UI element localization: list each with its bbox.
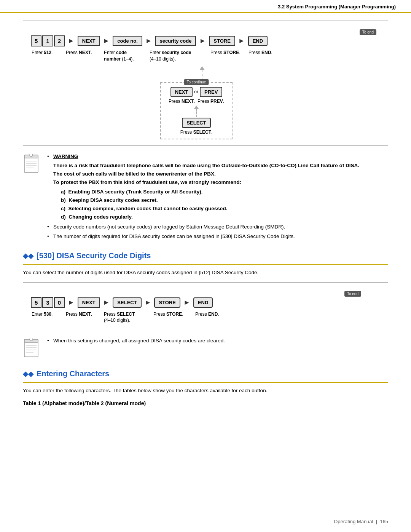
- next-btn-1: NEXT: [78, 36, 100, 46]
- prev-btn: PREV: [200, 87, 222, 97]
- entering-characters-rule: [23, 382, 388, 383]
- warning-line-2: The cost of such calls will be billed to…: [53, 170, 388, 178]
- diagram-box-2: To end 5 3 0 ► NEXT ► SELECT ► STORE ► E…: [23, 282, 388, 331]
- arrow-4: ►: [199, 37, 206, 45]
- dashed-line-2: [196, 109, 197, 117]
- arrow-d2-3: ►: [145, 299, 151, 307]
- lbl-enter-code: Enter codenumber (1–4).: [103, 50, 149, 62]
- table-caption: Table 1 (Alphabet mode)/Table 2 (Numeral…: [23, 400, 388, 406]
- warning-label: WARNING: [53, 153, 388, 160]
- lbl-press-next-d2: Press NEXT.: [65, 311, 103, 324]
- alpha-a: a) Enabling DISA security (Trunk Securit…: [53, 188, 388, 196]
- arrow-d2-4: ►: [183, 299, 190, 307]
- diamond-icon-1: ◆◆: [23, 252, 33, 260]
- warning-bullet-1: Security code numbers (not security code…: [47, 223, 388, 231]
- note-section-530: When this setting is changed, all assign…: [23, 337, 388, 360]
- diagram1-labels: Enter 512. Press NEXT. Enter codenumber …: [31, 50, 380, 62]
- note-530-item: When this setting is changed, all assign…: [47, 337, 388, 345]
- diagram2-top-row: 5 3 0 ► NEXT ► SELECT ► STORE ► END: [31, 297, 380, 308]
- end-btn-1: END: [248, 36, 268, 46]
- lbl-enter-security: Enter security code(4–10 digits).: [149, 50, 210, 62]
- warning-bullets: WARNING There is a risk that fraudulent …: [47, 153, 388, 241]
- footer-page: 165: [380, 519, 388, 524]
- svg-point-6: [30, 154, 33, 157]
- or-text: or: [194, 89, 198, 94]
- arrow-d2-2: ►: [103, 299, 110, 307]
- page-content: To end 5 1 2 ► NEXT ► code no. ► securit…: [0, 21, 411, 422]
- diagram2-wrap: To end 5 3 0 ► NEXT ► SELECT ► STORE ► E…: [31, 290, 380, 324]
- section-530-rule: [23, 264, 388, 265]
- page-footer: Operating Manual | 165: [334, 519, 388, 524]
- header-title: 3.2 System Programming (Manager Programm…: [278, 4, 396, 10]
- arrow-1: ►: [68, 37, 75, 45]
- end-btn-d2: END: [193, 297, 213, 308]
- note-530-text: When this setting is changed, all assign…: [47, 337, 388, 347]
- key-5: 5: [31, 35, 41, 46]
- alpha-b: b) Keeping DISA security codes secret.: [53, 197, 388, 204]
- key-group-512: 5 1 2: [31, 35, 65, 46]
- diagram-box-1: To end 5 1 2 ► NEXT ► code no. ► securit…: [23, 21, 388, 146]
- store-btn-d2: STORE: [154, 297, 180, 308]
- footer-text: Operating Manual: [334, 519, 373, 524]
- to-continue-badge: To continue: [184, 78, 209, 85]
- key-5-2: 5: [31, 297, 41, 308]
- diagram1-top-section: To end 5 1 2 ► NEXT ► code no. ► securit…: [31, 29, 380, 139]
- notepad-icon: [23, 154, 40, 175]
- key-group-530: 5 3 0: [31, 297, 65, 308]
- notepad-icon-2: [23, 339, 40, 359]
- up-arrows-2: [169, 105, 224, 117]
- lbl-enter512: Enter 512.: [31, 50, 65, 62]
- diagram1-top-row: 5 1 2 ► NEXT ► code no. ► security code …: [31, 35, 380, 46]
- section-530-intro: You can select the number of digits used…: [23, 268, 388, 277]
- diagram1-dashed-section: To continue NEXT or PREV Press NEXT. Pre…: [160, 66, 233, 139]
- key-0: 0: [54, 297, 65, 308]
- arrow-3: ►: [145, 37, 152, 45]
- entering-characters-intro: You can enter the following characters. …: [23, 387, 388, 395]
- warning-section: WARNING There is a risk that fraudulent …: [23, 153, 388, 243]
- note-530-list: When this setting is changed, all assign…: [47, 337, 388, 345]
- key-3: 3: [42, 297, 53, 308]
- to-end-badge-2: To end: [344, 290, 361, 296]
- store-btn-1: STORE: [209, 36, 235, 46]
- entering-characters-heading: ◆◆ Entering Characters: [23, 369, 388, 378]
- next-prev-desc: Press NEXT. Press PREV.: [169, 99, 224, 104]
- dashed-outer-box: To continue NEXT or PREV Press NEXT. Pre…: [160, 82, 233, 139]
- lbl-enter530: Enter 530.: [31, 311, 65, 324]
- warning-line-3: To protect the PBX from this kind of fra…: [53, 179, 388, 186]
- select-desc: Press SELECT.: [169, 129, 224, 135]
- lbl-press-end-1: Press END.: [248, 50, 282, 62]
- section-530-title: [530] DISA Security Code Digits: [37, 251, 151, 260]
- section-530-heading: ◆◆ [530] DISA Security Code Digits: [23, 251, 388, 260]
- alpha-d: d) Changing codes regularly.: [53, 213, 388, 221]
- warning-bullet-2: The number of digits required for DISA s…: [47, 233, 388, 240]
- arrow-d2-1: ►: [68, 299, 75, 307]
- next-prev-row: NEXT or PREV: [169, 87, 224, 97]
- up-arrow-1: [199, 66, 205, 70]
- alpha-c: c) Selecting complex, random codes that …: [53, 205, 388, 212]
- lbl-press-store-1: Press STORE.: [210, 50, 248, 62]
- note-icon-1: [23, 154, 41, 176]
- page-header: 3.2 System Programming (Manager Programm…: [0, 0, 411, 13]
- lbl-press-select: Press SELECT(4–10 digits).: [103, 311, 153, 324]
- arrow-5: ►: [238, 37, 245, 45]
- diamond-icon-2: ◆◆: [23, 370, 33, 378]
- alpha-list-container: a) Enabling DISA security (Trunk Securit…: [53, 188, 388, 221]
- select-row: SELECT: [169, 118, 224, 128]
- svg-point-13: [30, 339, 33, 341]
- code-no-btn: code no.: [113, 36, 142, 46]
- security-code-btn: security code: [155, 36, 196, 46]
- arrow-2: ►: [103, 37, 110, 45]
- diagram2-labels: Enter 530. Press NEXT. Press SELECT(4–10…: [31, 311, 380, 324]
- next-btn-d2: NEXT: [78, 297, 100, 308]
- key-2: 2: [54, 35, 65, 46]
- lbl-press-end-d2: Press END.: [194, 311, 229, 324]
- next-btn-2: NEXT: [170, 87, 193, 97]
- up-arrow-2: [194, 105, 199, 109]
- lbl-press-next-1: Press NEXT.: [65, 50, 103, 62]
- key-1: 1: [42, 35, 53, 46]
- entering-characters-title: Entering Characters: [37, 369, 109, 378]
- warning-item-main: WARNING There is a risk that fraudulent …: [47, 153, 388, 221]
- to-end-badge-1: To end: [360, 29, 376, 35]
- warning-line-1: There is a risk that fraudulent telephon…: [53, 162, 388, 169]
- select-btn: SELECT: [182, 118, 210, 128]
